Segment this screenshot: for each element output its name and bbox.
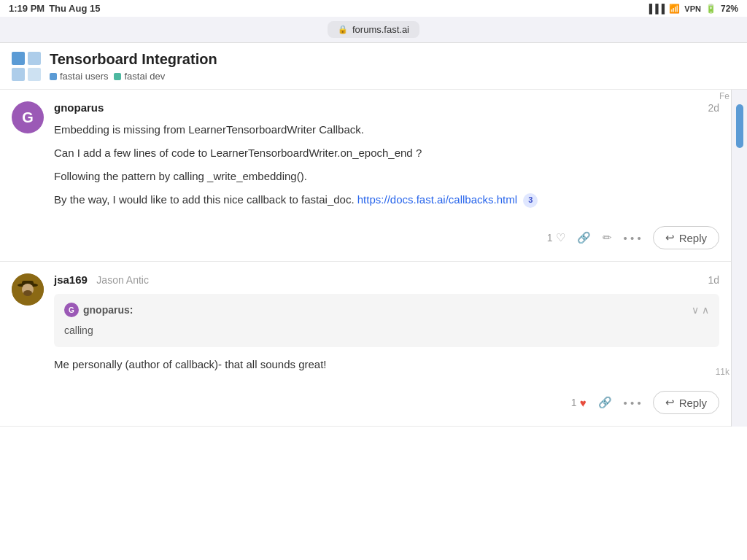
tag-dot-blue: [50, 73, 57, 80]
battery-level: 72%: [721, 4, 738, 14]
svg-rect-3: [28, 68, 41, 81]
quote-text: calling: [64, 323, 709, 338]
like-action-2[interactable]: 1 ♥: [571, 397, 587, 409]
post-1-header: gnoparus 2d: [54, 101, 719, 114]
more-action-1[interactable]: • • •: [624, 232, 641, 244]
svg-rect-0: [12, 52, 25, 65]
main-content: G gnoparus 2d Embedding is missing from …: [0, 90, 747, 427]
url-text: forums.fast.ai: [352, 24, 409, 35]
sidebar-num-label: 11k: [716, 367, 729, 377]
post-2-user-block: jsa169 Jason Antic: [54, 273, 149, 287]
edit-action-1[interactable]: ✏: [603, 231, 612, 244]
chevron-down-icon[interactable]: ∨: [692, 304, 699, 316]
heart-icon-1[interactable]: ♡: [556, 231, 565, 244]
post-1-username[interactable]: gnoparus: [54, 101, 104, 114]
post-1-para-3: Following the pattern by calling _write_…: [54, 168, 719, 185]
status-bar: 1:19 PM Thu Aug 15 ▐▐▐ 📶 VPN 🔋 72%: [0, 0, 747, 17]
signal-icon: ▐▐▐: [646, 4, 665, 14]
post-2-display-name: Jason Antic: [96, 274, 149, 286]
posts-container: G gnoparus 2d Embedding is missing from …: [0, 90, 731, 427]
quote-block: G gnoparus: ∨ ∧ calling: [54, 294, 719, 347]
link-badge: 3: [523, 193, 538, 208]
post-1-para-1: Embedding is missing from LearnerTensorb…: [54, 121, 719, 139]
scroll-thumb[interactable]: [736, 104, 743, 148]
reply-button-2[interactable]: ↩ Reply: [653, 391, 719, 414]
callback-link[interactable]: https://docs.fast.ai/callbacks.html: [357, 193, 517, 206]
time-display: 1:19 PM: [9, 3, 44, 14]
heart-icon-2[interactable]: ♥: [580, 397, 587, 409]
more-action-2[interactable]: • • •: [624, 397, 641, 409]
sidebar-fe-label: Fe: [719, 91, 729, 101]
reply-label-2: Reply: [679, 397, 707, 409]
post-2-time: 1d: [708, 274, 719, 286]
post-2: jsa169 Jason Antic 1d G gnoparus: ∨: [0, 262, 731, 427]
post-1-time: 2d: [708, 102, 719, 114]
url-input[interactable]: 🔒 forums.fast.ai: [328, 21, 419, 38]
link-action-1[interactable]: 🔗: [577, 231, 591, 244]
post-1: G gnoparus 2d Embedding is missing from …: [0, 90, 731, 262]
tag-dev-label: fastai dev: [124, 71, 165, 82]
chain-icon-2: 🔗: [598, 396, 612, 409]
right-sidebar: Fe 11k: [731, 90, 747, 427]
wifi-icon: 📶: [669, 4, 680, 14]
chain-icon-1: 🔗: [577, 231, 591, 244]
tag-fastai-dev[interactable]: fastai dev: [114, 71, 165, 82]
quote-arrows[interactable]: ∨ ∧: [692, 304, 709, 316]
quote-author-name: gnoparus:: [83, 304, 133, 316]
date-display: Thu Aug 15: [49, 3, 100, 14]
quote-header: G gnoparus: ∨ ∧: [64, 303, 709, 317]
reply-arrow-icon-2: ↩: [665, 396, 675, 409]
forum-logo: [12, 52, 41, 81]
battery-icon: 🔋: [705, 4, 716, 14]
link-action-2[interactable]: 🔗: [598, 396, 612, 409]
like-count-1: 1: [547, 232, 553, 244]
post-2-body: jsa169 Jason Antic 1d G gnoparus: ∨: [54, 273, 719, 414]
reply-button-1[interactable]: ↩ Reply: [653, 226, 719, 249]
post-1-para-2: Can I add a few lines of code to Learner…: [54, 144, 719, 162]
quote-author: G gnoparus:: [64, 303, 133, 317]
forum-header: Tensorboard Integration fastai users fas…: [0, 43, 747, 90]
like-action-1[interactable]: 1 ♡: [547, 231, 565, 244]
avatar-jsa169: [12, 273, 44, 306]
pencil-icon-1: ✏: [603, 231, 612, 244]
post-1-link-para: By the way, I would like to add this nic…: [54, 191, 719, 209]
post-2-username[interactable]: jsa169: [54, 273, 88, 286]
post-2-text: Me personally (author of callback)- that…: [54, 356, 719, 373]
vpn-label: VPN: [684, 4, 701, 13]
svg-rect-2: [12, 68, 25, 81]
forum-title-block: Tensorboard Integration fastai users fas…: [50, 50, 217, 82]
svg-point-8: [23, 290, 32, 296]
forum-tags: fastai users fastai dev: [50, 71, 217, 82]
post-2-header: jsa169 Jason Antic 1d: [54, 273, 719, 287]
dots-icon-2: • • •: [624, 397, 641, 409]
reply-label-1: Reply: [679, 232, 707, 244]
avatar-gnoparus: G: [12, 101, 44, 133]
page-title: Tensorboard Integration: [50, 50, 217, 68]
dots-icon-1: • • •: [624, 232, 641, 244]
chevron-up-icon[interactable]: ∧: [702, 304, 709, 316]
svg-rect-1: [28, 52, 41, 65]
like-count-2: 1: [571, 397, 577, 408]
avatar-letter: G: [22, 109, 34, 126]
lock-icon: 🔒: [338, 25, 348, 34]
post-1-body: gnoparus 2d Embedding is missing from Le…: [54, 101, 719, 249]
url-bar[interactable]: 🔒 forums.fast.ai: [0, 17, 747, 43]
tag-users-label: fastai users: [60, 71, 108, 82]
reply-arrow-icon-1: ↩: [665, 231, 675, 244]
post-2-actions: 1 ♥ 🔗 • • • ↩ Reply: [54, 385, 719, 414]
tag-dot-teal: [114, 73, 121, 80]
quote-avatar-small: G: [64, 303, 79, 317]
post-1-actions: 1 ♡ 🔗 ✏ • • • ↩ Reply: [54, 220, 719, 249]
tag-fastai-users[interactable]: fastai users: [50, 71, 108, 82]
